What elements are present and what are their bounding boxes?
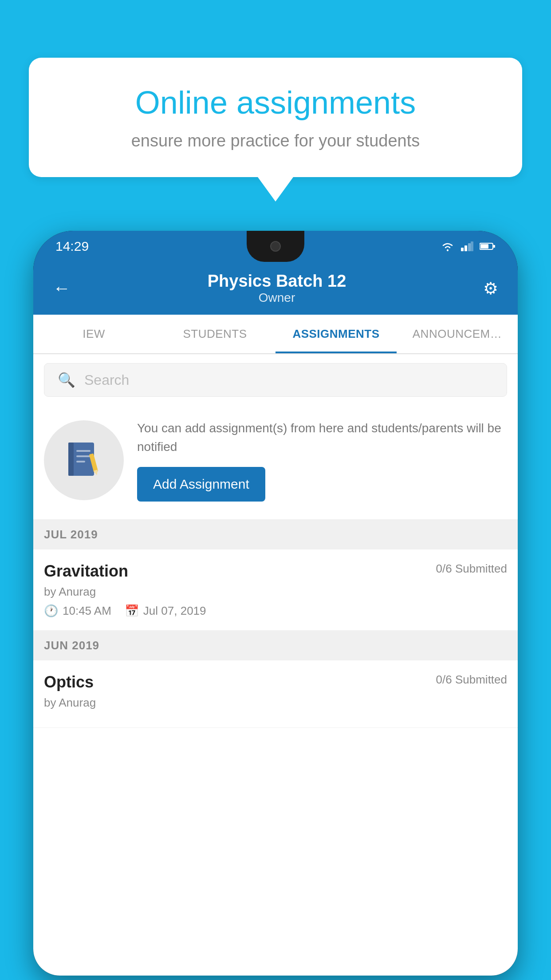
speech-bubble-subtitle: ensure more practice for your students: [60, 131, 491, 150]
assignment-time-value: 10:45 AM: [63, 604, 111, 618]
assignment-optics-name: Optics: [44, 673, 94, 692]
battery-icon: [480, 242, 496, 250]
svg-rect-6: [480, 244, 488, 249]
speech-bubble-title: Online assignments: [60, 84, 491, 121]
search-bar[interactable]: 🔍 Search: [44, 363, 507, 397]
assignment-name: Gravitation: [44, 562, 128, 581]
svg-rect-12: [76, 461, 85, 462]
svg-rect-4: [471, 241, 473, 251]
search-icon: 🔍: [58, 371, 75, 388]
signal-icon: [461, 241, 473, 251]
calendar-icon: 📅: [125, 604, 139, 618]
svg-rect-3: [468, 243, 471, 251]
status-time: 14:29: [55, 239, 89, 254]
clock-icon: 🕐: [44, 604, 58, 618]
section-header-jun: JUN 2019: [33, 631, 518, 660]
speech-bubble-container: Online assignments ensure more practice …: [29, 58, 522, 202]
assignment-time: 🕐 10:45 AM: [44, 604, 111, 618]
svg-rect-10: [76, 450, 91, 452]
header-subtitle-text: Owner: [71, 291, 483, 305]
assignment-item-optics[interactable]: Optics 0/6 Submitted by Anurag: [33, 660, 518, 728]
assignment-author: by Anurag: [44, 585, 507, 599]
assignment-item-gravitation[interactable]: Gravitation 0/6 Submitted by Anurag 🕐 10…: [33, 549, 518, 631]
phone-wrapper: 14:29: [33, 231, 518, 980]
tab-overview[interactable]: IEW: [33, 315, 154, 353]
back-button[interactable]: ←: [53, 278, 71, 298]
notebook-icon: [64, 440, 104, 480]
tab-assignments[interactable]: ASSIGNMENTS: [276, 315, 397, 353]
tab-students[interactable]: STUDENTS: [154, 315, 276, 353]
header-title-text: Physics Batch 12: [71, 272, 483, 291]
header-title: Physics Batch 12 Owner: [71, 272, 483, 305]
svg-rect-1: [461, 248, 464, 251]
camera: [270, 241, 281, 252]
svg-point-0: [447, 249, 449, 251]
speech-bubble: Online assignments ensure more practice …: [29, 58, 522, 177]
section-label-jul: JUL 2019: [44, 528, 98, 541]
section-label-jun: JUN 2019: [44, 639, 99, 652]
tab-announcements[interactable]: ANNOUNCEM…: [397, 315, 518, 353]
assignment-date: 📅 Jul 07, 2019: [125, 604, 206, 618]
phone-frame: 14:29: [33, 231, 518, 976]
tabs-bar: IEW STUDENTS ASSIGNMENTS ANNOUNCEM…: [33, 315, 518, 354]
add-assignment-button[interactable]: Add Assignment: [137, 467, 265, 502]
assignment-optics-submitted: 0/6 Submitted: [436, 673, 507, 687]
search-placeholder: Search: [84, 372, 129, 388]
assignment-optics-top-row: Optics 0/6 Submitted: [44, 673, 507, 692]
svg-rect-2: [464, 245, 467, 251]
status-bar: 14:29: [33, 231, 518, 262]
notch: [247, 231, 304, 262]
svg-rect-11: [76, 455, 91, 457]
speech-bubble-tail: [258, 177, 293, 202]
section-header-jul: JUL 2019: [33, 520, 518, 549]
promo-text-area: You can add assignment(s) from here and …: [137, 419, 507, 502]
svg-rect-7: [493, 245, 495, 248]
assignment-top-row: Gravitation 0/6 Submitted: [44, 562, 507, 581]
assignment-submitted: 0/6 Submitted: [436, 562, 507, 576]
status-icons: [441, 241, 496, 252]
promo-icon-circle: [44, 420, 124, 500]
svg-rect-9: [68, 443, 74, 476]
wifi-icon: [441, 241, 455, 252]
assignment-optics-author: by Anurag: [44, 696, 507, 710]
promo-description: You can add assignment(s) from here and …: [137, 419, 507, 456]
settings-icon[interactable]: ⚙: [483, 279, 498, 298]
assignment-meta: 🕐 10:45 AM 📅 Jul 07, 2019: [44, 604, 507, 618]
assignment-date-value: Jul 07, 2019: [143, 604, 206, 618]
app-header: ← Physics Batch 12 Owner ⚙: [33, 262, 518, 315]
search-container: 🔍 Search: [33, 354, 518, 406]
promo-section: You can add assignment(s) from here and …: [33, 406, 518, 520]
content-area: 🔍 Search: [33, 354, 518, 976]
svg-marker-14: [94, 470, 99, 476]
